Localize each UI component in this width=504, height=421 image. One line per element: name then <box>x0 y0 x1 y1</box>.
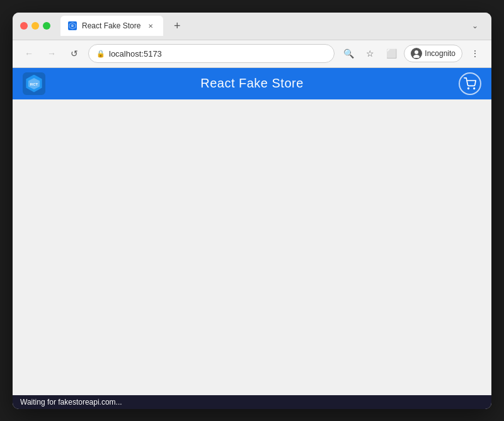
close-button[interactable] <box>20 22 28 30</box>
tab-close-button[interactable]: ✕ <box>146 21 156 31</box>
status-bar: Waiting for fakestoreapi.com... <box>13 395 491 409</box>
extensions-icon[interactable]: ⬜ <box>382 45 400 62</box>
active-tab[interactable]: R React Fake Store ✕ <box>60 16 163 36</box>
minimize-button[interactable] <box>32 22 39 30</box>
svg-point-7 <box>474 87 475 89</box>
svg-point-3 <box>413 55 420 58</box>
browser-window: R React Fake Store ✕ + ⌄ ← → ↺ 🔒 localho… <box>13 13 491 409</box>
svg-text:R: R <box>71 24 74 28</box>
toolbar-icons: 🔍 ☆ ⬜ Incognito ⋮ <box>340 45 484 62</box>
svg-point-2 <box>415 50 418 54</box>
new-tab-button[interactable]: + <box>168 17 186 35</box>
tab-chevron-button[interactable]: ⌄ <box>466 17 484 35</box>
forward-button[interactable]: → <box>43 45 60 62</box>
bookmark-icon[interactable]: ☆ <box>361 45 379 62</box>
refresh-button[interactable]: ↺ <box>66 45 83 62</box>
svg-text:RCT: RCT <box>30 82 38 86</box>
app-logo-inner: RCT <box>25 75 43 93</box>
search-icon[interactable]: 🔍 <box>340 45 357 62</box>
back-button[interactable]: ← <box>20 45 38 62</box>
tab-title: React Fake Store <box>82 21 140 30</box>
maximize-button[interactable] <box>43 22 50 30</box>
url-bar[interactable]: 🔒 localhost:5173 <box>88 44 335 63</box>
address-bar: ← → ↺ 🔒 localhost:5173 🔍 ☆ ⬜ Incognito ⋮ <box>13 40 491 68</box>
svg-point-6 <box>468 87 469 89</box>
traffic-lights <box>20 22 50 30</box>
incognito-avatar <box>411 48 422 59</box>
cart-button[interactable] <box>459 72 481 95</box>
app-content: RCT React Fake Store <box>13 68 491 395</box>
tab-bar: R React Fake Store ✕ + ⌄ <box>60 16 484 36</box>
app-logo: RCT <box>23 72 45 95</box>
app-navbar: RCT React Fake Store <box>13 68 491 99</box>
app-title: React Fake Store <box>45 76 459 91</box>
url-text: localhost:5173 <box>109 49 326 59</box>
incognito-label: Incognito <box>425 49 455 58</box>
title-bar: R React Fake Store ✕ + ⌄ <box>13 13 491 40</box>
status-text: Waiting for fakestoreapi.com... <box>20 398 122 407</box>
incognito-button[interactable]: Incognito <box>404 45 462 62</box>
tab-favicon: R <box>68 21 77 30</box>
lock-icon: 🔒 <box>96 50 105 58</box>
more-menu-button[interactable]: ⋮ <box>466 45 484 62</box>
main-content <box>13 99 491 395</box>
